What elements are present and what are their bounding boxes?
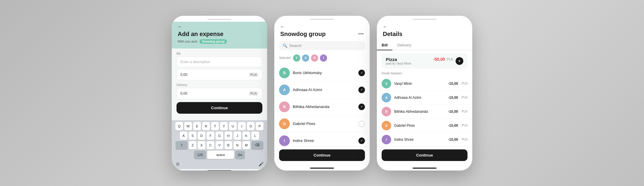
key-Z[interactable]: Z [189, 141, 196, 149]
search-bar[interactable]: 🔍 Search [279, 41, 365, 50]
key-F[interactable]: F [207, 132, 214, 140]
mic-icon[interactable]: 🎤 [258, 162, 264, 166]
keyboard-bottom: ☺ 🎤 [173, 160, 266, 167]
phone3-title: Details [383, 31, 466, 37]
person-amount-5: -10,00 [448, 137, 458, 142]
person-currency-2: PLN [462, 96, 467, 99]
check-empty-4 [358, 121, 365, 127]
delivery-currency-btn[interactable]: PLN [249, 91, 258, 96]
bill-item-name: Pizza [386, 57, 433, 62]
phone1-title: Add an expense [178, 31, 261, 37]
person-avatar-4: G [382, 121, 391, 130]
key-Y[interactable]: Y [220, 122, 228, 130]
key-D[interactable]: D [198, 132, 205, 140]
bill-currency-btn[interactable]: PLN [249, 72, 258, 77]
key-N[interactable]: N [233, 141, 241, 149]
member-avatar-5: I [279, 135, 290, 146]
person-item-3: B Bithika Abhedananda -10,00 PLN [377, 105, 472, 119]
member-item-5[interactable]: I Indira Shree ✓ [274, 132, 370, 146]
person-amount-2: -10,00 [448, 96, 458, 100]
key-I[interactable]: I [238, 122, 246, 130]
key-S[interactable]: S [189, 132, 196, 140]
key-R[interactable]: R [202, 122, 210, 130]
home-indicator-2 [274, 166, 370, 171]
member-item-2[interactable]: A Adhraaa Al Azimi ✓ [274, 82, 370, 99]
key-delete[interactable]: ⌫ [251, 141, 263, 149]
continue-button-phone2[interactable]: Continue [279, 149, 365, 161]
description-input[interactable]: Enter a description [177, 57, 262, 67]
delivery-amount-row[interactable]: 0,00 PLN [177, 88, 262, 99]
person-name-3: Bithika Abhedananda [394, 110, 445, 114]
member-name-3: Bithika Abhedananda [293, 104, 355, 109]
key-space[interactable]: space [207, 151, 234, 159]
key-123[interactable]: 123 [194, 151, 206, 159]
key-shift[interactable]: ⇧ [176, 141, 188, 149]
selected-avatar-3: B [310, 54, 319, 62]
key-P[interactable]: P [256, 122, 264, 130]
key-C[interactable]: C [207, 141, 214, 149]
key-G[interactable]: G [216, 132, 223, 140]
member-item-1[interactable]: B Boris Ukhtomsky ✓ [274, 65, 370, 82]
notch-bar [208, 19, 231, 20]
key-O[interactable]: O [247, 122, 255, 130]
phone-details: ← Details Bill Delivery Pizza paid by Va… [377, 16, 472, 171]
check-icon-3: ✓ [358, 104, 365, 110]
continue-button-phone1[interactable]: Continue [177, 102, 262, 114]
key-T[interactable]: T [211, 122, 219, 130]
key-Q[interactable]: Q [175, 122, 183, 130]
member-avatar-4: G [279, 118, 290, 129]
key-W[interactable]: W [184, 122, 192, 130]
phone2-back-arrow[interactable]: ← [280, 24, 364, 29]
divide-list: V Vasyl Minin -10,00 PLN A Adhraaa Al Az… [377, 77, 472, 146]
person-currency-5: PLN [462, 138, 467, 141]
person-item-5: I Indira Shree -10,00 PLN [377, 133, 472, 146]
phone3-header: ← Details [377, 22, 472, 41]
back-arrow[interactable]: ← [178, 24, 261, 29]
keyboard-row4: 123 space Go [173, 151, 266, 159]
key-E[interactable]: E [193, 122, 201, 130]
selected-avatar-4: I [319, 54, 328, 62]
add-button[interactable]: + [456, 57, 463, 65]
with-you-label: With you and: [178, 40, 198, 43]
key-M[interactable]: M [242, 141, 250, 149]
key-A[interactable]: A [180, 132, 188, 140]
dots-menu[interactable]: ••• [358, 31, 364, 37]
key-J[interactable]: J [233, 132, 241, 140]
member-item-3[interactable]: B Bithika Abhedananda ✓ [274, 99, 370, 115]
member-avatar-3: B [279, 101, 290, 112]
home-bar-2 [310, 168, 334, 169]
continue-button-phone3[interactable]: Continue [382, 149, 467, 161]
phones-container: ← Add an expense With you and: Snowdog g… [172, 16, 472, 171]
member-list: B Boris Ukhtomsky ✓ A Adhraaa Al Azimi ✓… [274, 65, 370, 146]
bill-info: Pizza paid by Vasyl Minin [386, 57, 433, 65]
member-avatar-1: B [279, 68, 290, 78]
group-badge[interactable]: Snowdog group [199, 39, 227, 44]
emoji-icon[interactable]: ☺ [175, 161, 180, 167]
phone-add-expense: ← Add an expense With you and: Snowdog g… [172, 16, 267, 171]
delivery-amount-value: 0,00 [180, 91, 249, 96]
member-avatar-2: A [279, 85, 290, 95]
bill-amount-row[interactable]: 0,00 PLN [177, 69, 262, 80]
member-item-4[interactable]: G Gabriel Pires [274, 115, 370, 132]
key-X[interactable]: X [198, 141, 205, 149]
key-K[interactable]: K [242, 132, 250, 140]
bill-paid-by: paid by Vasyl Minin [386, 62, 433, 65]
key-V[interactable]: V [216, 141, 223, 149]
person-avatar-2: A [382, 93, 391, 102]
person-currency-1: PLN [462, 82, 467, 85]
person-avatar-1: V [382, 79, 391, 88]
key-B[interactable]: B [225, 141, 232, 149]
tab-delivery[interactable]: Delivery [392, 41, 416, 50]
phone3-back-arrow[interactable]: ← [383, 24, 466, 29]
person-name-1: Vasyl Minin [394, 82, 445, 86]
tab-bill[interactable]: Bill [377, 41, 392, 50]
key-H[interactable]: H [225, 132, 232, 140]
member-name-5: Indira Shree [293, 138, 355, 143]
key-L[interactable]: L [251, 132, 259, 140]
home-bar-3 [413, 168, 436, 169]
key-U[interactable]: U [229, 122, 237, 130]
key-go[interactable]: Go [235, 151, 245, 159]
bill-currency: PLN [447, 57, 453, 61]
phone2-notch [274, 16, 370, 22]
tabs-row: Bill Delivery [377, 41, 472, 50]
